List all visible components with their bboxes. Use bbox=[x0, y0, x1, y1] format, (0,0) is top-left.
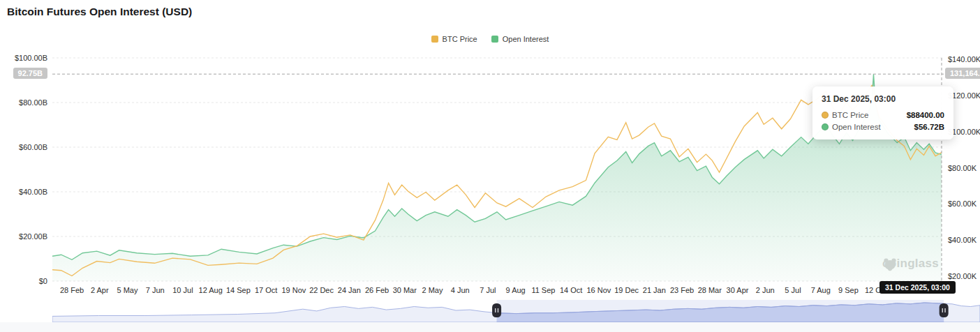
x-axis-tick: 12 Aug bbox=[199, 286, 223, 294]
x-axis-tick: 30 Mar bbox=[393, 286, 417, 294]
x-axis-tick: 9 Sep bbox=[838, 286, 859, 294]
x-axis-tick: 17 Oct bbox=[255, 286, 277, 294]
x-axis-tick: 7 Jun bbox=[146, 286, 165, 294]
right-axis-tick: $40.00K bbox=[948, 236, 977, 244]
x-axis-tick: 14 Sep bbox=[226, 286, 251, 294]
left-axis-tick: $60.00B bbox=[0, 143, 47, 151]
x-axis-tick: 7 Aug bbox=[811, 286, 831, 294]
x-axis-tick: 28 Feb bbox=[60, 286, 84, 294]
tooltip-series-value: $88400.00 bbox=[907, 111, 944, 119]
x-axis-crosshair-badge: 31 Dec 2025, 03:00 bbox=[879, 281, 956, 294]
navigator-handle-right[interactable] bbox=[940, 303, 949, 317]
x-axis-tick: 16 Nov bbox=[586, 286, 611, 294]
open-interest-area bbox=[52, 74, 942, 281]
x-axis-tick: 28 Mar bbox=[698, 286, 722, 294]
x-axis-tick: 23 Feb bbox=[670, 286, 694, 294]
right-axis-tick: $60.00K bbox=[948, 199, 977, 208]
x-axis-tick: 19 Dec bbox=[614, 286, 639, 294]
x-axis-tick: 24 Jan bbox=[338, 286, 361, 294]
right-axis-crosshair-badge: 131,164.74 bbox=[945, 68, 980, 79]
tooltip-series-label: Open Interest bbox=[832, 123, 881, 131]
x-axis-tick: 10 Jul bbox=[172, 286, 193, 294]
left-axis-tick: $0 bbox=[0, 277, 47, 285]
left-axis-tick: $20.00B bbox=[0, 232, 47, 241]
navigator-lower-strip bbox=[0, 322, 980, 332]
right-axis-tick: $20.00K bbox=[948, 272, 977, 280]
watermark: coinglass bbox=[882, 257, 939, 271]
right-axis-tick: $140.00K bbox=[948, 55, 980, 63]
x-axis-tick: 5 May bbox=[117, 286, 138, 294]
series-dot-icon bbox=[822, 123, 829, 130]
x-axis-tick: 30 Apr bbox=[727, 286, 749, 294]
coinglass-chart-widget: { "title": "Bitcoin Futures Open Interes… bbox=[0, 0, 980, 332]
navigator-handle-left[interactable] bbox=[492, 303, 501, 317]
x-axis-tick: 11 Sep bbox=[531, 286, 555, 294]
x-axis-tick: 7 Jul bbox=[480, 286, 496, 294]
tooltip: 31 Dec 2025, 03:00 BTC Price$88400.00Ope… bbox=[812, 86, 953, 139]
x-axis-tick: 21 Jan bbox=[643, 286, 666, 294]
tooltip-date: 31 Dec 2025, 03:00 bbox=[822, 94, 944, 104]
x-axis-tick: 22 Dec bbox=[309, 286, 334, 294]
tooltip-series-label: BTC Price bbox=[832, 111, 868, 119]
x-axis-tick: 26 Feb bbox=[365, 286, 389, 294]
x-axis-tick: 2 May bbox=[422, 286, 443, 294]
tooltip-series-value: $56.72B bbox=[914, 123, 944, 131]
tooltip-row: Open Interest$56.72B bbox=[822, 123, 944, 131]
left-axis-crosshair-badge: 92.75B bbox=[13, 68, 47, 79]
left-axis-tick: $80.00B bbox=[0, 98, 47, 107]
x-axis-tick: 9 Aug bbox=[506, 286, 526, 294]
main-chart-plot-area[interactable] bbox=[0, 0, 980, 332]
x-axis-tick: 2 Apr bbox=[91, 286, 109, 294]
x-axis-tick: 14 Oct bbox=[560, 286, 582, 294]
x-axis-tick: 5 Jul bbox=[785, 286, 801, 294]
x-axis-tick: 2 Jun bbox=[756, 286, 775, 294]
series-dot-icon bbox=[822, 112, 829, 119]
range-navigator[interactable] bbox=[52, 300, 980, 322]
x-axis-tick: 4 Jun bbox=[451, 286, 470, 294]
coinglass-bear-logo-icon bbox=[882, 257, 898, 272]
tooltip-row: BTC Price$88400.00 bbox=[822, 111, 944, 119]
right-axis-tick: $80.00K bbox=[948, 164, 977, 172]
left-axis-tick: $100.00B bbox=[0, 54, 47, 62]
left-axis-tick: $40.00B bbox=[0, 188, 47, 196]
x-axis-tick: 19 Nov bbox=[281, 286, 306, 294]
